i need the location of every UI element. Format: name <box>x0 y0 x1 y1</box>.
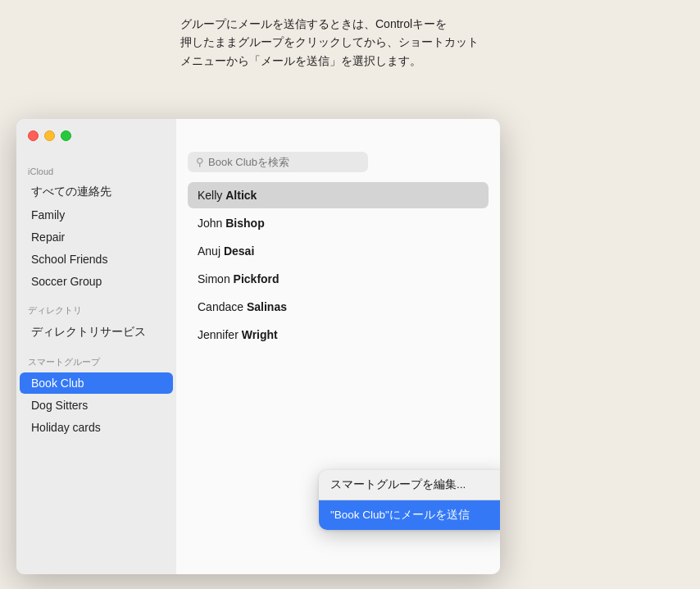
sidebar-item-school-friends[interactable]: School Friends <box>20 249 173 270</box>
sidebar-item-holiday-cards[interactable]: Holiday cards <box>20 417 173 438</box>
traffic-lights <box>28 130 71 141</box>
contact-item[interactable]: Anuj Desai <box>188 238 489 264</box>
contact-item[interactable]: Jennifer Wright <box>188 322 489 348</box>
context-menu: スマートグループを編集... "Book Club"にメールを送信 <box>319 470 500 530</box>
sidebar-item-repair[interactable]: Repair <box>20 226 173 248</box>
sidebar-item-family[interactable]: Family <box>20 204 173 226</box>
main-content: ⚲ Kelly Altick John Bishop Anuj Desai Si… <box>176 119 500 574</box>
contacts-window: iCloud すべての連絡先 Family Repair School Frie… <box>16 119 500 574</box>
fullscreen-button[interactable] <box>61 130 71 141</box>
sidebar-item-all-contacts[interactable]: すべての連絡先 <box>20 180 173 203</box>
context-menu-edit[interactable]: スマートグループを編集... <box>319 470 500 500</box>
sidebar-item-dog-sitters[interactable]: Dog Sitters <box>20 395 173 416</box>
icloud-section-label: iCloud <box>16 155 176 180</box>
sidebar-item-book-club[interactable]: Book Club <box>20 372 173 394</box>
tooltip: グループにメールを送信するときは、Controlキーを 押したままグループをクリ… <box>180 15 684 70</box>
directory-section-label: ディレクトリ <box>16 293 176 320</box>
contact-list: Kelly Altick John Bishop Anuj Desai Simo… <box>188 182 489 348</box>
sidebar: iCloud すべての連絡先 Family Repair School Frie… <box>16 119 176 574</box>
sidebar-item-directory-service[interactable]: ディレクトリサービス <box>20 321 173 344</box>
search-icon: ⚲ <box>196 156 204 168</box>
contact-item[interactable]: Candace Salinas <box>188 294 489 320</box>
contact-item[interactable]: John Bishop <box>188 210 489 236</box>
minimize-button[interactable] <box>44 130 55 141</box>
close-button[interactable] <box>28 130 39 141</box>
contact-item[interactable]: Kelly Altick <box>188 182 489 208</box>
smart-group-section-label: スマートグループ <box>16 345 176 372</box>
contact-item[interactable]: Simon Pickford <box>188 266 489 292</box>
sidebar-item-soccer-group[interactable]: Soccer Group <box>20 271 173 292</box>
search-input[interactable] <box>208 156 339 168</box>
search-bar[interactable]: ⚲ <box>188 152 368 172</box>
context-menu-send-email[interactable]: "Book Club"にメールを送信 <box>319 500 500 530</box>
